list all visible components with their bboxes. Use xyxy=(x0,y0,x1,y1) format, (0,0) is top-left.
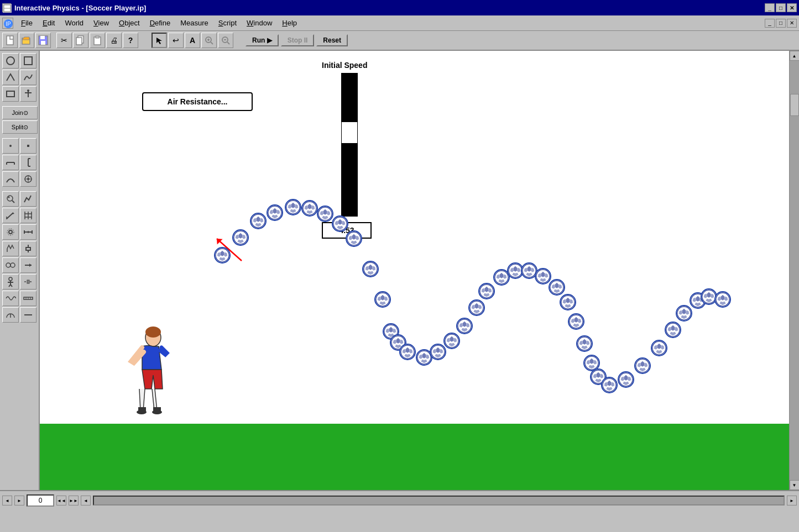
freehand-tool[interactable] xyxy=(20,70,36,85)
menu-restore-button[interactable]: □ xyxy=(776,19,786,28)
paste-button[interactable] xyxy=(90,33,105,48)
menu-close-button[interactable]: ✕ xyxy=(787,19,797,28)
grid-tool[interactable] xyxy=(20,208,36,223)
air-resistance-button[interactable]: Air Resistance... xyxy=(142,92,253,111)
scroll-track[interactable] xyxy=(790,61,799,480)
rect-tool[interactable] xyxy=(20,53,36,69)
rectangle2-tool[interactable] xyxy=(2,86,19,102)
window-title: Interactive Physics - [Soccer Player.ip] xyxy=(14,4,146,12)
minimize-button[interactable]: _ xyxy=(765,3,775,12)
run-button[interactable]: Run ▶ xyxy=(246,34,279,46)
reset-button[interactable]: Reset xyxy=(316,34,348,46)
frame-input[interactable] xyxy=(27,494,54,507)
curve-tool[interactable] xyxy=(2,171,19,187)
gear-tool[interactable] xyxy=(2,224,19,240)
svg-rect-10 xyxy=(41,41,45,45)
soccer-ball xyxy=(576,335,593,352)
svg-point-29 xyxy=(9,145,12,147)
spring-tool[interactable] xyxy=(2,241,19,256)
stop-button[interactable]: Stop II xyxy=(281,34,315,46)
svg-marker-7 xyxy=(22,37,29,40)
constraint-tool[interactable] xyxy=(2,257,19,273)
vline-tool[interactable] xyxy=(20,155,36,170)
vector-tool[interactable] xyxy=(2,208,19,223)
soccer-ball xyxy=(332,215,348,232)
svg-point-62 xyxy=(6,263,11,267)
wave-tool[interactable] xyxy=(2,291,19,306)
svg-rect-72 xyxy=(27,280,29,283)
magnify-tool[interactable] xyxy=(2,191,19,207)
menu-object[interactable]: Object xyxy=(114,18,144,28)
canvas-area: Initial Speed 4.53 Air Resistance... Dis… xyxy=(40,51,789,490)
cursor-tool[interactable] xyxy=(152,33,167,48)
print-button[interactable]: 🖨 xyxy=(106,33,122,48)
svg-line-21 xyxy=(227,42,229,44)
split-button[interactable]: Split⊙ xyxy=(2,120,38,134)
circle-tool[interactable] xyxy=(2,53,19,69)
connect-tool[interactable] xyxy=(20,274,36,289)
ruler-tool[interactable] xyxy=(20,291,36,306)
close-button[interactable]: ✕ xyxy=(787,3,797,12)
protractor-tool[interactable] xyxy=(2,307,19,323)
svg-rect-25 xyxy=(7,91,14,97)
graph-tool[interactable] xyxy=(20,191,36,207)
polygon-tool[interactable] xyxy=(2,70,19,85)
copy-button[interactable] xyxy=(73,33,88,48)
target-tool[interactable] xyxy=(20,171,36,187)
menu-measure[interactable]: Measure xyxy=(176,18,213,28)
svg-point-23 xyxy=(7,57,14,65)
open-button[interactable] xyxy=(19,33,34,48)
new-button[interactable] xyxy=(2,33,18,48)
point-tool[interactable] xyxy=(2,138,19,154)
menu-help[interactable]: Help xyxy=(278,18,301,28)
svg-point-84 xyxy=(145,326,161,338)
menu-view[interactable]: View xyxy=(89,18,113,28)
bottom-scroll-track[interactable] xyxy=(93,496,785,505)
scroll-thumb[interactable] xyxy=(790,94,799,116)
svg-line-17 xyxy=(211,42,213,44)
soccer-ball xyxy=(601,377,618,393)
zoom-out-tool[interactable] xyxy=(218,33,233,48)
anchor-tool[interactable] xyxy=(20,86,36,102)
rotate-tool[interactable]: ↩ xyxy=(168,33,184,48)
scroll-left-button[interactable]: ◄ xyxy=(2,496,12,505)
svg-line-44 xyxy=(7,213,13,219)
svg-point-41 xyxy=(7,196,13,201)
damper-tool[interactable] xyxy=(20,241,36,256)
main-layout: Join⊙ Split⊙ xyxy=(0,51,799,490)
soccer-ball xyxy=(317,206,333,222)
menu-define[interactable]: Define xyxy=(145,18,175,28)
step-forward-button[interactable]: ►► xyxy=(69,496,79,505)
menu-file[interactable]: File xyxy=(17,18,37,28)
arrow-tool[interactable] xyxy=(20,257,36,273)
hline2-tool[interactable] xyxy=(20,307,36,323)
menu-minimize-button[interactable]: _ xyxy=(765,19,775,28)
maximize-button[interactable]: □ xyxy=(776,3,786,12)
bottom-bar: ◄ ► ◄◄ ►► ◄ ► xyxy=(0,490,799,510)
measure-tool[interactable] xyxy=(20,224,36,240)
soccer-ball xyxy=(634,357,651,374)
menu-script[interactable]: Script xyxy=(214,18,241,28)
menu-world[interactable]: World xyxy=(60,18,88,28)
join-button[interactable]: Join⊙ xyxy=(2,106,38,119)
menu-bar: IP File Edit World View Object Define Me… xyxy=(0,15,799,31)
speed-gauge-mid xyxy=(341,122,358,144)
scroll-down-button[interactable]: ▼ xyxy=(790,480,800,490)
text-tool[interactable]: A xyxy=(185,33,200,48)
step-back-button[interactable]: ◄◄ xyxy=(56,496,66,505)
soccer-ball xyxy=(714,291,731,308)
save-button[interactable] xyxy=(35,33,51,48)
cut-button[interactable]: ✂ xyxy=(56,33,72,48)
square-point-tool[interactable] xyxy=(20,138,36,154)
scroll-right-button[interactable]: ► xyxy=(787,496,797,505)
menu-window[interactable]: Window xyxy=(242,18,276,28)
scroll-right-small[interactable]: ◄ xyxy=(81,496,91,505)
menu-edit[interactable]: Edit xyxy=(38,18,59,28)
hline-tool[interactable] xyxy=(2,155,19,170)
help-button[interactable]: ? xyxy=(123,33,138,48)
soccer-ball xyxy=(443,333,460,349)
body-tool[interactable] xyxy=(2,274,19,289)
scroll-up-button[interactable]: ▲ xyxy=(790,51,800,61)
zoom-in-tool[interactable] xyxy=(201,33,217,48)
play-button[interactable]: ► xyxy=(14,496,24,505)
